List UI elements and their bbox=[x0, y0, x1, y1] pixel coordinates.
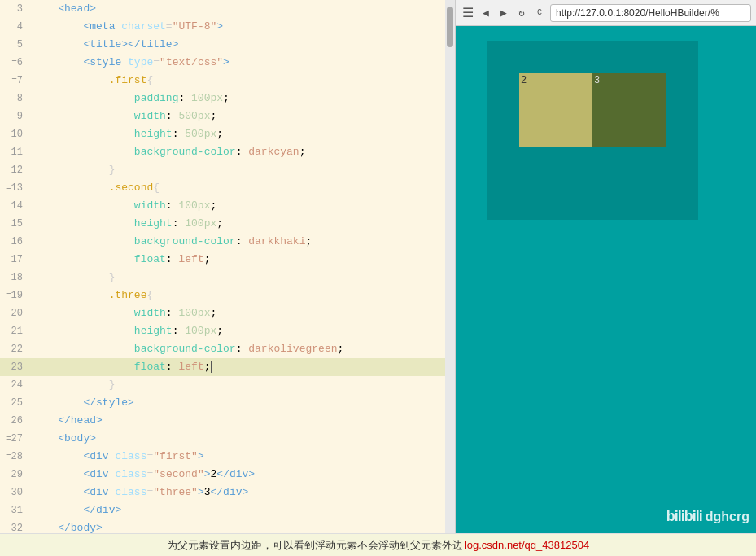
line-content-10: height: 500px; bbox=[29, 125, 455, 143]
caption-link[interactable]: log.csdn.net/qq_43812504 bbox=[465, 539, 589, 551]
browser-stop-icon[interactable]: C bbox=[532, 6, 547, 20]
line-num-9: 9 bbox=[0, 107, 29, 125]
line-num-19: =19 bbox=[0, 287, 29, 304]
line-content-13: .second{ bbox=[29, 179, 455, 197]
line-num-6: =6 bbox=[0, 54, 29, 72]
code-line-27: =27 <body> bbox=[0, 430, 455, 448]
code-line-32: 32 </body> bbox=[0, 519, 455, 533]
caption-text: 为父元素设置内边距，可以看到浮动元素不会浮动到父元素外边 bbox=[167, 538, 463, 553]
line-num-22: 22 bbox=[0, 340, 29, 358]
line-content-11: background-color: darkcyan; bbox=[29, 143, 455, 161]
browser-preview: ☰ ◀ ▶ ↻ C 2 3 bilibili dghcrg bbox=[456, 0, 756, 533]
code-line-6: =6 <style type="text/css"> bbox=[0, 54, 455, 72]
line-content-23: float: left; bbox=[29, 358, 455, 376]
line-content-29: <div class="second">2</div> bbox=[29, 466, 455, 484]
browser-toolbar: ☰ ◀ ▶ ↻ C bbox=[456, 0, 756, 26]
line-content-16: background-color: darkkhaki; bbox=[29, 233, 455, 251]
code-line-30: 30 <div class="three">3</div> bbox=[0, 484, 455, 501]
line-content-25: </style> bbox=[29, 394, 455, 412]
line-num-8: 8 bbox=[0, 90, 29, 107]
code-line-20: 20 width: 100px; bbox=[0, 304, 455, 322]
code-lines: 3 <head> 4 <meta charset="UTF-8"> 5 <tit… bbox=[0, 0, 455, 533]
watermark-suffix: dghcrg bbox=[706, 510, 749, 524]
code-line-15: 15 height: 100px; bbox=[0, 215, 455, 233]
code-line-7: =7 .first{ bbox=[0, 72, 455, 90]
line-content-8: padding: 100px; bbox=[29, 90, 455, 107]
line-content-26: </head> bbox=[29, 412, 455, 430]
line-num-15: 15 bbox=[0, 215, 29, 233]
code-line-13: =13 .second{ bbox=[0, 179, 455, 197]
line-content-5: <title></title> bbox=[29, 36, 455, 54]
browser-menu-icon[interactable]: ☰ bbox=[461, 6, 475, 20]
browser-forward-icon[interactable]: ▶ bbox=[496, 6, 511, 20]
code-line-28: =28 <div class="first"> bbox=[0, 448, 455, 466]
browser-url-bar[interactable] bbox=[550, 4, 751, 22]
line-num-18: 18 bbox=[0, 269, 29, 287]
line-content-7: .first{ bbox=[29, 72, 455, 90]
code-line-14: 14 width: 100px; bbox=[0, 197, 455, 215]
line-content-27: <body> bbox=[29, 430, 455, 448]
line-num-5: 5 bbox=[0, 36, 29, 54]
scrollbar[interactable] bbox=[445, 0, 455, 533]
code-line-11: 11 background-color: darkcyan; bbox=[0, 143, 455, 161]
line-content-24: } bbox=[29, 376, 455, 394]
line-num-7: =7 bbox=[0, 72, 29, 90]
code-editor: 3 <head> 4 <meta charset="UTF-8"> 5 <tit… bbox=[0, 0, 456, 533]
bottom-caption: 为父元素设置内边距，可以看到浮动元素不会浮动到父元素外边 log.csdn.ne… bbox=[0, 533, 756, 556]
line-num-11: 11 bbox=[0, 143, 29, 161]
code-line-21: 21 height: 100px; bbox=[0, 322, 455, 340]
watermark: bilibili dghcrg bbox=[666, 508, 749, 525]
code-line-26: 26 </head> bbox=[0, 412, 455, 430]
code-line-9: 9 width: 500px; bbox=[0, 107, 455, 125]
line-num-14: 14 bbox=[0, 197, 29, 215]
line-content-3: <head> bbox=[29, 0, 455, 18]
line-num-27: =27 bbox=[0, 430, 29, 448]
code-line-23: 23 float: left; bbox=[0, 358, 455, 376]
line-content-15: height: 100px; bbox=[29, 215, 455, 233]
line-content-17: float: left; bbox=[29, 251, 455, 269]
line-content-32: </body> bbox=[29, 519, 455, 533]
line-num-20: 20 bbox=[0, 304, 29, 322]
preview-first-div: 2 3 bbox=[487, 41, 698, 220]
line-content-6: <style type="text/css"> bbox=[29, 54, 455, 72]
line-content-28: <div class="first"> bbox=[29, 448, 455, 466]
line-num-32: 32 bbox=[0, 519, 29, 533]
line-content-31: </div> bbox=[29, 501, 455, 519]
line-content-4: <meta charset="UTF-8"> bbox=[29, 18, 455, 36]
code-line-25: 25 </style> bbox=[0, 394, 455, 412]
preview-second-div: 2 bbox=[519, 73, 592, 147]
line-num-16: 16 bbox=[0, 233, 29, 251]
main-content: 3 <head> 4 <meta charset="UTF-8"> 5 <tit… bbox=[0, 0, 756, 533]
code-line-18: 18 } bbox=[0, 269, 455, 287]
line-content-18: } bbox=[29, 269, 455, 287]
code-line-24: 24 } bbox=[0, 376, 455, 394]
browser-reload-icon[interactable]: ↻ bbox=[514, 6, 529, 20]
line-num-25: 25 bbox=[0, 394, 29, 412]
line-num-13: =13 bbox=[0, 179, 29, 197]
line-content-22: background-color: darkolivegreen; bbox=[29, 340, 455, 358]
line-num-4: 4 bbox=[0, 18, 29, 36]
line-num-3: 3 bbox=[0, 0, 29, 18]
code-line-12: 12 } bbox=[0, 161, 455, 179]
code-line-19: =19 .three{ bbox=[0, 287, 455, 304]
line-num-23: 23 bbox=[0, 358, 29, 376]
scroll-thumb[interactable] bbox=[447, 7, 453, 47]
browser-back-icon[interactable]: ◀ bbox=[479, 6, 493, 20]
line-num-29: 29 bbox=[0, 466, 29, 484]
code-line-10: 10 height: 500px; bbox=[0, 125, 455, 143]
line-num-30: 30 bbox=[0, 484, 29, 501]
code-line-29: 29 <div class="second">2</div> bbox=[0, 466, 455, 484]
line-num-17: 17 bbox=[0, 251, 29, 269]
code-line-17: 17 float: left; bbox=[0, 251, 455, 269]
line-content-14: width: 100px; bbox=[29, 197, 455, 215]
code-line-5: 5 <title></title> bbox=[0, 36, 455, 54]
line-content-9: width: 500px; bbox=[29, 107, 455, 125]
line-num-26: 26 bbox=[0, 412, 29, 430]
line-content-19: .three{ bbox=[29, 287, 455, 304]
line-content-12: } bbox=[29, 161, 455, 179]
line-num-10: 10 bbox=[0, 125, 29, 143]
code-line-16: 16 background-color: darkkhaki; bbox=[0, 233, 455, 251]
code-line-8: 8 padding: 100px; bbox=[0, 90, 455, 107]
line-num-28: =28 bbox=[0, 448, 29, 466]
code-line-3: 3 <head> bbox=[0, 0, 455, 18]
